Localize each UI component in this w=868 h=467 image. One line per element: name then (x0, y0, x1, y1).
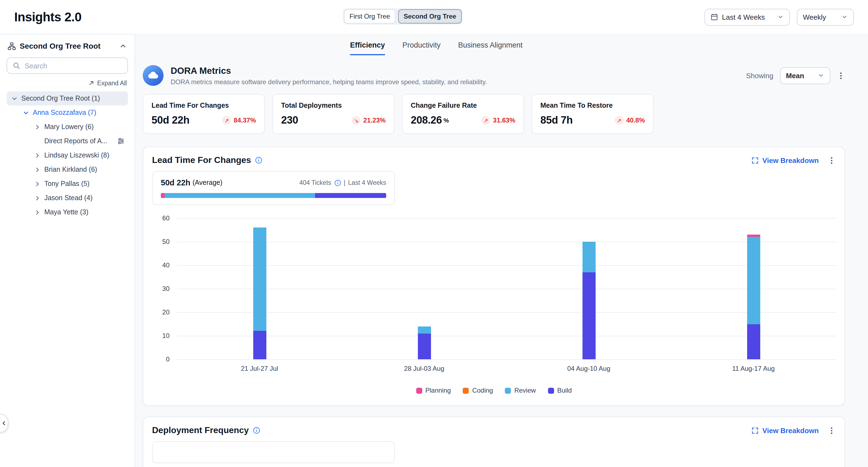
tab-productivity[interactable]: Productivity (403, 41, 441, 55)
tab-efficiency[interactable]: Efficiency (350, 41, 385, 55)
legend-swatch (416, 387, 422, 394)
org-tree: Second Org Tree Root (1)Anna Scozzafava … (6, 91, 128, 219)
tree-item[interactable]: Tony Pallas (5) (6, 177, 128, 191)
y-axis-label: 60 (153, 214, 169, 222)
tree-item-label: Mary Lowery (6) (44, 123, 94, 131)
org-toggle-button[interactable]: First Org Tree (344, 9, 396, 24)
chevron-right-icon[interactable] (34, 123, 41, 130)
chevron-right-icon[interactable] (34, 209, 41, 216)
view-breakdown-button[interactable]: View Breakdown (751, 156, 819, 164)
aggregation-select[interactable]: Mean (780, 67, 830, 84)
tree-item[interactable]: Brian Kirkland (6) (6, 162, 128, 177)
dora-controls: Showing Mean (746, 67, 845, 84)
y-axis-label: 40 (153, 261, 169, 269)
y-axis-label: 10 (153, 332, 169, 340)
info-icon[interactable] (253, 427, 260, 434)
y-axis-label: 30 (153, 285, 169, 292)
gridline (177, 265, 836, 266)
x-axis-label: 21 Jul-27 Jul (241, 365, 278, 372)
view-breakdown-button[interactable]: View Breakdown (751, 426, 819, 434)
chevron-down-icon[interactable] (11, 95, 18, 102)
trend-delta: 40.8% (626, 117, 645, 124)
deployment-panel-header: Deployment Frequency View Breakdown (152, 426, 836, 435)
expand-corners-icon (751, 427, 758, 434)
deployment-summary-card (152, 441, 395, 463)
tree-item-label: Second Org Tree Root (1) (21, 95, 100, 102)
metric-card: Lead Time For Changes50d 22h↗84.37% (143, 94, 265, 134)
chevron-right-icon[interactable] (34, 194, 41, 201)
bar[interactable] (417, 218, 431, 359)
org-toggle-button[interactable]: Second Org Tree (398, 9, 462, 24)
metric-value: 208.26 (411, 114, 442, 126)
bar-segment-planning (747, 235, 760, 237)
bar[interactable] (747, 218, 760, 359)
org-tree-toggle: First Org TreeSecond Org Tree (343, 8, 463, 25)
tree-item[interactable]: Mary Lowery (6) (6, 120, 128, 134)
chevron-right-icon[interactable] (34, 180, 41, 187)
metric-unit: % (443, 117, 449, 124)
kebab-menu-icon[interactable] (837, 71, 845, 80)
phase-distribution-bar (161, 193, 386, 198)
tree-item[interactable]: Lindsay Liszewski (8) (6, 148, 128, 162)
tree-item[interactable]: Direct Reports of A... (6, 134, 128, 148)
gridline (177, 359, 836, 360)
tree-item[interactable]: Anna Scozzafava (7) (6, 105, 128, 120)
tree-item-label: Brian Kirkland (6) (44, 166, 97, 173)
y-axis-label: 20 (153, 308, 169, 316)
legend-label: Build (557, 386, 571, 394)
metric-card: Total Deployments230↘21.23% (272, 94, 394, 134)
granularity-select[interactable]: Weekly (797, 8, 854, 25)
metric-card: Change Failure Rate208.26%↗31.63% (402, 94, 524, 134)
trend-up-icon: ↗ (615, 116, 623, 125)
sidebar-search (6, 57, 128, 74)
sidebar-root-label: Second Org Tree Root (20, 41, 101, 50)
legend-item-coding[interactable]: Coding (463, 386, 493, 394)
summary-bar-segment-build (315, 193, 386, 198)
filter-sliders-icon[interactable] (117, 137, 125, 145)
trend-up-icon: ↗ (482, 116, 490, 125)
tree-item[interactable]: Maya Yette (3) (6, 205, 128, 219)
metric-label: Mean Time To Restore (540, 102, 645, 110)
metric-value-row: 208.26%↗31.63% (411, 114, 515, 126)
legend-swatch (463, 387, 469, 394)
bar-segment-review (253, 227, 266, 331)
kebab-menu-icon[interactable] (828, 156, 836, 164)
legend-item-build[interactable]: Build (548, 386, 571, 394)
calendar-icon (711, 13, 718, 21)
chart-plot-area: 010203040506021 Jul-27 Jul28 Jul-03 Aug0… (177, 218, 836, 359)
bar[interactable] (253, 218, 266, 359)
x-axis-label: 28 Jul-03 Aug (404, 365, 444, 372)
metric-label: Total Deployments (281, 102, 385, 110)
info-icon[interactable] (255, 156, 262, 164)
metric-value-row: 50d 22h↗84.37% (152, 114, 256, 126)
tree-item-label: Maya Yette (3) (44, 208, 88, 216)
legend-item-planning[interactable]: Planning (416, 386, 451, 394)
chevron-up-icon[interactable] (119, 42, 127, 50)
chevron-right-icon[interactable] (34, 166, 41, 173)
summary-period: Last 4 Weeks (348, 179, 386, 186)
bar[interactable] (582, 218, 595, 359)
chevron-down-icon[interactable] (23, 109, 30, 116)
search-input[interactable] (25, 62, 122, 70)
y-axis-label: 50 (153, 238, 169, 246)
trend-badge: ↗84.37% (222, 116, 256, 125)
gridline (177, 289, 836, 289)
deployment-frequency-panel: Deployment Frequency View Breakdown (143, 417, 845, 467)
granularity-value: Weekly (803, 13, 837, 21)
trend-badge: ↘21.23% (352, 116, 385, 125)
info-icon[interactable] (334, 179, 341, 186)
tree-item[interactable]: Second Org Tree Root (1) (6, 91, 128, 105)
expand-all-label: Expand All (97, 80, 127, 86)
bar-segment-build (747, 324, 760, 359)
chevron-right-icon[interactable] (34, 152, 41, 159)
sidebar-header[interactable]: Second Org Tree Root (6, 41, 128, 50)
tab-business-alignment[interactable]: Business Alignment (458, 41, 523, 55)
x-axis-label: 11 Aug-17 Aug (732, 365, 775, 372)
tree-item[interactable]: Jason Stead (4) (6, 191, 128, 205)
search-icon (12, 62, 20, 69)
kebab-menu-icon[interactable] (828, 426, 836, 434)
legend-item-review[interactable]: Review (505, 386, 536, 394)
expand-all-button[interactable]: Expand All (6, 80, 128, 86)
date-range-select[interactable]: Last 4 Weeks (705, 8, 790, 25)
content: DORA Metrics DORA metrics measure softwa… (135, 55, 868, 467)
